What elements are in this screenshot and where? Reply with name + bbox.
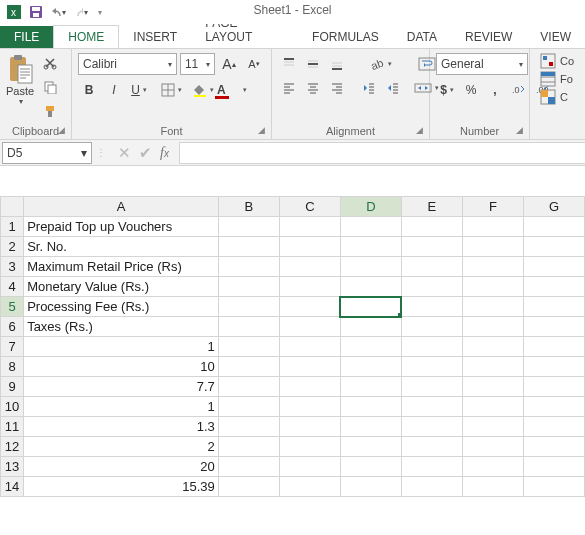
cell-F14[interactable] (462, 477, 523, 497)
cell-A4[interactable]: Monetary Value (Rs.) (24, 277, 219, 297)
orientation-icon[interactable]: ab (358, 53, 404, 75)
row-header-2[interactable]: 2 (1, 237, 24, 257)
cell-B12[interactable] (218, 437, 279, 457)
row-header-4[interactable]: 4 (1, 277, 24, 297)
cell-E10[interactable] (401, 397, 462, 417)
col-header-D[interactable]: D (340, 197, 401, 217)
row-header-8[interactable]: 8 (1, 357, 24, 377)
cell-E6[interactable] (401, 317, 462, 337)
cell-D9[interactable] (340, 377, 401, 397)
cell-G5[interactable] (523, 297, 584, 317)
cell-D13[interactable] (340, 457, 401, 477)
cell-E1[interactable] (401, 217, 462, 237)
cell-F5[interactable] (462, 297, 523, 317)
select-all-corner[interactable] (1, 197, 24, 217)
col-header-B[interactable]: B (218, 197, 279, 217)
cell-E5[interactable] (401, 297, 462, 317)
cell-A3[interactable]: Maximum Retail Price (Rs) (24, 257, 219, 277)
cell-C1[interactable] (279, 217, 340, 237)
cell-F11[interactable] (462, 417, 523, 437)
cell-C2[interactable] (279, 237, 340, 257)
cell-C12[interactable] (279, 437, 340, 457)
cell-C11[interactable] (279, 417, 340, 437)
cell-A8[interactable]: 10 (24, 357, 219, 377)
cell-F6[interactable] (462, 317, 523, 337)
cell-E8[interactable] (401, 357, 462, 377)
cell-E3[interactable] (401, 257, 462, 277)
grow-font-icon[interactable]: A▴ (218, 53, 240, 75)
cell-C7[interactable] (279, 337, 340, 357)
row-header-13[interactable]: 13 (1, 457, 24, 477)
align-middle-icon[interactable] (302, 53, 324, 75)
cell-E14[interactable] (401, 477, 462, 497)
number-launcher-icon[interactable]: ◢ (516, 125, 523, 135)
align-top-icon[interactable] (278, 53, 300, 75)
cell-G9[interactable] (523, 377, 584, 397)
cell-E12[interactable] (401, 437, 462, 457)
name-box[interactable]: D5▾ (2, 142, 92, 164)
enter-icon[interactable]: ✔ (139, 144, 152, 162)
conditional-formatting-button[interactable]: Co (540, 53, 579, 69)
cell-C5[interactable] (279, 297, 340, 317)
cell-F10[interactable] (462, 397, 523, 417)
redo-icon[interactable]: ▾ (72, 4, 88, 20)
cell-A5[interactable]: Processing Fee (Rs.) (24, 297, 219, 317)
col-header-F[interactable]: F (462, 197, 523, 217)
font-launcher-icon[interactable]: ◢ (258, 125, 265, 135)
cell-G14[interactable] (523, 477, 584, 497)
cell-A11[interactable]: 1.3 (24, 417, 219, 437)
cell-B7[interactable] (218, 337, 279, 357)
tab-home[interactable]: HOME (53, 25, 119, 48)
font-name-combo[interactable]: Calibri▾ (78, 53, 177, 75)
clipboard-launcher-icon[interactable]: ◢ (58, 125, 65, 135)
undo-icon[interactable]: ▾ (50, 4, 66, 20)
cell-D3[interactable] (340, 257, 401, 277)
cell-B14[interactable] (218, 477, 279, 497)
cell-D14[interactable] (340, 477, 401, 497)
cell-D5[interactable] (340, 297, 401, 317)
paste-menu-icon[interactable]: ▾ (19, 97, 23, 106)
cell-B2[interactable] (218, 237, 279, 257)
cell-A9[interactable]: 7.7 (24, 377, 219, 397)
cell-E4[interactable] (401, 277, 462, 297)
shrink-font-icon[interactable]: A▾ (243, 53, 265, 75)
cell-B4[interactable] (218, 277, 279, 297)
cell-D8[interactable] (340, 357, 401, 377)
row-header-12[interactable]: 12 (1, 437, 24, 457)
borders-icon[interactable] (160, 79, 182, 101)
cell-B13[interactable] (218, 457, 279, 477)
alignment-launcher-icon[interactable]: ◢ (416, 125, 423, 135)
row-header-7[interactable]: 7 (1, 337, 24, 357)
cell-B3[interactable] (218, 257, 279, 277)
cell-F12[interactable] (462, 437, 523, 457)
cell-G12[interactable] (523, 437, 584, 457)
paste-button[interactable]: Paste (6, 85, 34, 97)
bold-button[interactable]: B (78, 79, 100, 101)
cell-D10[interactable] (340, 397, 401, 417)
cell-styles-button[interactable]: C (540, 89, 579, 105)
cell-B6[interactable] (218, 317, 279, 337)
cell-D12[interactable] (340, 437, 401, 457)
cell-C4[interactable] (279, 277, 340, 297)
tab-file[interactable]: FILE (0, 26, 53, 48)
align-bottom-icon[interactable] (326, 53, 348, 75)
cell-G3[interactable] (523, 257, 584, 277)
cell-B10[interactable] (218, 397, 279, 417)
cell-F4[interactable] (462, 277, 523, 297)
cell-G7[interactable] (523, 337, 584, 357)
cell-A13[interactable]: 20 (24, 457, 219, 477)
cell-F7[interactable] (462, 337, 523, 357)
cell-C13[interactable] (279, 457, 340, 477)
increase-decimal-icon[interactable]: .0 (508, 79, 530, 101)
formula-input[interactable] (179, 142, 585, 164)
cell-A2[interactable]: Sr. No. (24, 237, 219, 257)
cell-G10[interactable] (523, 397, 584, 417)
row-header-10[interactable]: 10 (1, 397, 24, 417)
cell-G8[interactable] (523, 357, 584, 377)
font-size-combo[interactable]: 11▾ (180, 53, 215, 75)
cell-D1[interactable] (340, 217, 401, 237)
cell-F1[interactable] (462, 217, 523, 237)
row-header-1[interactable]: 1 (1, 217, 24, 237)
cell-G6[interactable] (523, 317, 584, 337)
format-painter-icon[interactable] (40, 101, 60, 121)
